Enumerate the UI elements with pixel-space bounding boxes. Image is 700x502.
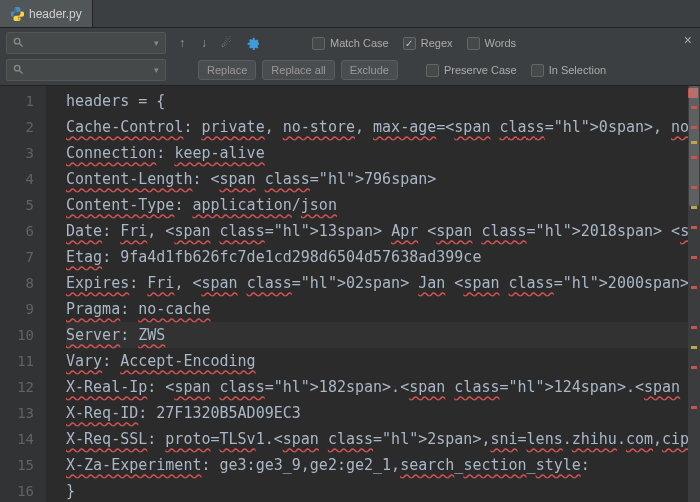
- code-line: Vary: Accept-Encoding: [66, 348, 700, 374]
- svg-line-1: [19, 43, 22, 46]
- next-match-icon[interactable]: ↓: [194, 33, 214, 53]
- replace-button[interactable]: Replace: [198, 60, 256, 80]
- code-line: X-Req-ID: 27F1320B5AD09EC3: [66, 400, 700, 426]
- exclude-button[interactable]: Exclude: [341, 60, 398, 80]
- code-line: headers = {: [66, 88, 700, 114]
- file-tab-label: header.py: [29, 7, 82, 21]
- code-line: Server: ZWS: [66, 322, 700, 348]
- in-selection-checkbox[interactable]: In Selection: [531, 64, 606, 77]
- line-number-gutter: 12345678910111213141516: [0, 86, 46, 502]
- svg-line-3: [19, 70, 22, 73]
- code-line: X-Za-Experiment: ge3:ge3_9,ge2:ge2_1,sea…: [66, 452, 700, 478]
- svg-point-2: [14, 65, 20, 71]
- code-line: X-Req-SSL: proto=TLSv1.<span class="hl">…: [66, 426, 700, 452]
- replace-options: Preserve Case In Selection: [426, 64, 606, 77]
- code-line: Date: Fri, <span class="hl">13span> Apr …: [66, 218, 700, 244]
- replace-input[interactable]: ▾: [6, 59, 166, 81]
- editor-scrollbar[interactable]: [688, 86, 700, 502]
- code-line: Cache-Control: private, no-store, max-ag…: [66, 114, 700, 140]
- python-file-icon: [10, 7, 24, 21]
- svg-point-0: [14, 38, 20, 44]
- match-case-checkbox[interactable]: Match Case: [312, 37, 389, 50]
- code-line: X-Real-Ip: <span class="hl">182span>.<sp…: [66, 374, 700, 400]
- words-checkbox[interactable]: Words: [467, 37, 517, 50]
- search-input[interactable]: ▾: [6, 32, 166, 54]
- regex-checkbox[interactable]: ✓Regex: [403, 37, 453, 50]
- gear-icon[interactable]: [242, 33, 262, 53]
- code-line: Content-Type: application/json: [66, 192, 700, 218]
- editor-area: 12345678910111213141516 headers = {Cache…: [0, 86, 700, 502]
- code-area[interactable]: headers = {Cache-Control: private, no-st…: [46, 86, 700, 502]
- tab-bar: header.py: [0, 0, 700, 28]
- chevron-down-icon[interactable]: ▾: [154, 65, 159, 75]
- select-all-icon[interactable]: ☄: [216, 33, 236, 53]
- chevron-down-icon[interactable]: ▾: [154, 38, 159, 48]
- replace-all-button[interactable]: Replace all: [262, 60, 334, 80]
- code-line: }: [66, 478, 700, 502]
- find-options: Match Case ✓Regex Words: [312, 37, 516, 50]
- code-line: Expires: Fri, <span class="hl">02span> J…: [66, 270, 700, 296]
- find-row: ▾ ↑ ↓ ☄ Match Case ✓Regex Words: [6, 31, 694, 55]
- replace-row: ▾ Replace Replace all Exclude Preserve C…: [6, 58, 694, 82]
- file-tab[interactable]: header.py: [0, 0, 93, 27]
- search-icon: [13, 37, 24, 50]
- search-icon: [13, 64, 24, 77]
- code-line: Etag: 9fa4d1fb626fc7de1cd298d6504d57638a…: [66, 244, 700, 270]
- close-icon[interactable]: ×: [684, 32, 692, 48]
- find-replace-panel: × ▾ ↑ ↓ ☄ Match Case ✓Regex Words: [0, 28, 700, 86]
- code-line: Connection: keep-alive: [66, 140, 700, 166]
- code-line: Content-Length: <span class="hl">796span…: [66, 166, 700, 192]
- prev-match-icon[interactable]: ↑: [172, 33, 192, 53]
- preserve-case-checkbox[interactable]: Preserve Case: [426, 64, 517, 77]
- code-line: Pragma: no-cache: [66, 296, 700, 322]
